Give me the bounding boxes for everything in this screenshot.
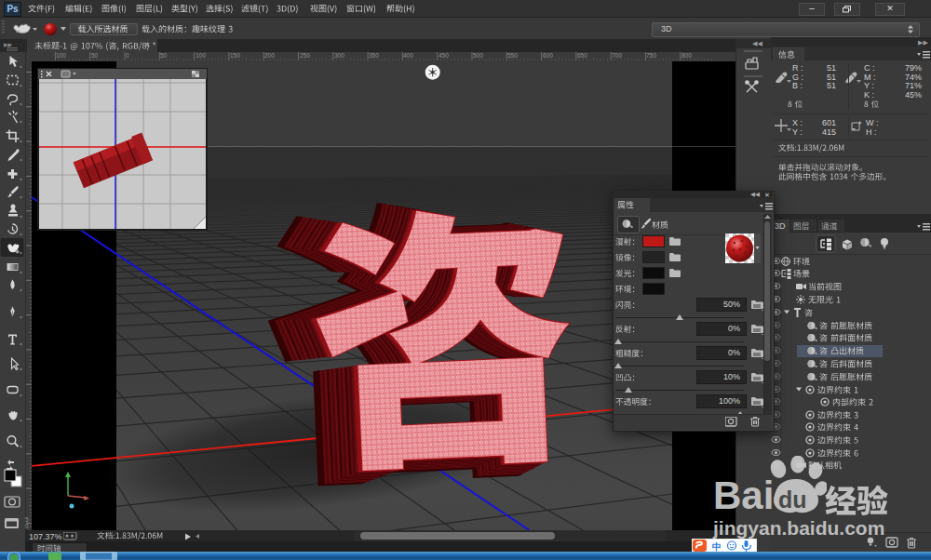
svg-text:中: 中 (712, 541, 722, 552)
